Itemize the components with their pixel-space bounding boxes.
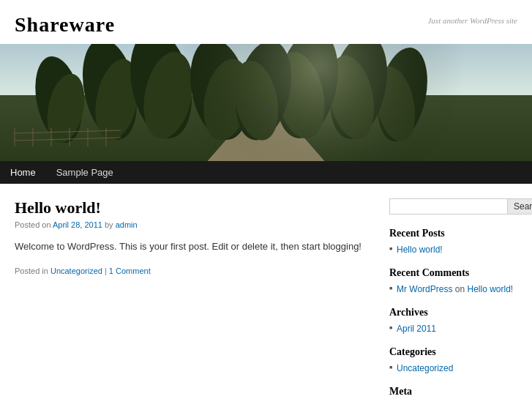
category-link[interactable]: Uncategorized [397,363,453,373]
search-box: Search [389,198,517,215]
comment-on-text: on [452,284,467,294]
site-tagline: Just another WordPress site [427,16,517,25]
categories-title: Categories [389,346,517,358]
recent-comments-title: Recent Comments [389,267,517,279]
nav-item-home[interactable]: Home [0,161,46,184]
post-body: Welcome to WordPress. This is your first… [15,239,367,255]
archives-list: April 2011 [389,323,517,335]
post-category-link[interactable]: Uncategorized [50,266,102,275]
search-button[interactable]: Search [508,198,532,215]
meta-section: Meta Log in Entries RSS Comments RSS Wor… [389,386,517,399]
post-comments-link[interactable]: 1 Comment [109,266,151,275]
comment-post-link[interactable]: Hello world! [467,284,513,294]
comment-author-link[interactable]: Mr WordPress [397,284,452,294]
main-content: Hello world! Posted on April 28, 2011 by… [15,198,367,399]
archives-section: Archives April 2011 [389,307,517,335]
hero-canvas [0,44,532,161]
post-date-link[interactable]: April 28, 2011 [53,220,102,229]
post-meta: Posted on April 28, 2011 by admin [15,220,367,229]
hero-image [0,44,532,161]
recent-posts-section: Recent Posts Hello world! [389,228,517,256]
meta-title: Meta [389,386,517,398]
list-item: Mr WordPress on Hello world! [389,283,517,295]
archives-title: Archives [389,307,517,318]
post-footer-prefix: Posted in [15,266,48,275]
post-footer: Posted in Uncategorized | 1 Comment [15,266,367,275]
post-title: Hello world! [15,198,367,217]
content-area: Hello world! Posted on April 28, 2011 by… [0,184,532,399]
post-by: by [105,220,113,229]
search-input[interactable] [389,198,508,215]
post-meta-prefix: Posted on [15,220,51,229]
recent-comments-section: Recent Comments Mr WordPress on Hello wo… [389,267,517,295]
list-item: Hello world! [389,244,517,256]
list-item: Uncategorized [389,362,517,374]
post: Hello world! Posted on April 28, 2011 by… [15,198,367,275]
recent-posts-list: Hello world! [389,244,517,256]
categories-section: Categories Uncategorized [389,346,517,374]
navigation: Home Sample Page [0,161,532,184]
post-author-link[interactable]: admin [116,220,138,229]
recent-comments-list: Mr WordPress on Hello world! [389,283,517,295]
nav-link-sample[interactable]: Sample Page [46,161,124,184]
list-item: April 2011 [389,323,517,335]
categories-list: Uncategorized [389,362,517,374]
nav-item-sample[interactable]: Sample Page [46,161,124,184]
nav-link-home[interactable]: Home [0,161,46,184]
recent-posts-title: Recent Posts [389,228,517,239]
recent-post-link[interactable]: Hello world! [397,245,443,255]
archive-link[interactable]: April 2011 [397,324,436,334]
sidebar: Search Recent Posts Hello world! Recent … [389,198,517,399]
header: Shareware Just another WordPress site [0,0,532,44]
